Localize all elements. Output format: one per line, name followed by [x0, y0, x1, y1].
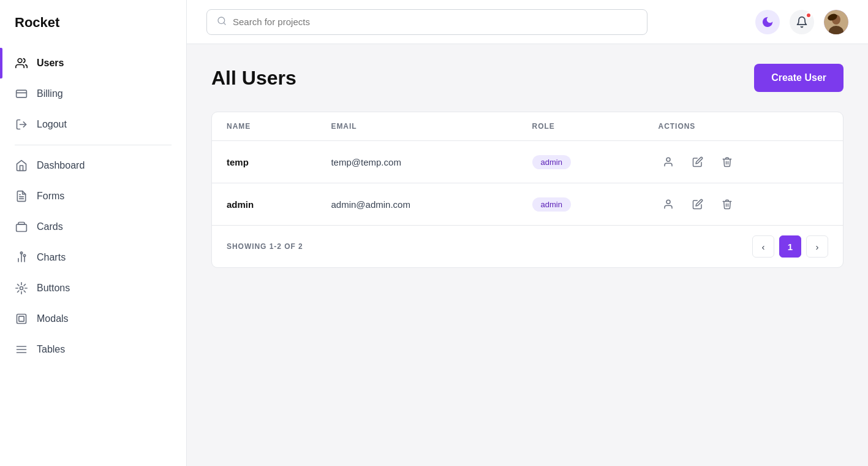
col-email: EMAIL [316, 112, 517, 141]
view-user-button[interactable] [659, 152, 678, 172]
view-user-button[interactable] [659, 194, 678, 214]
sidebar-item-dashboard[interactable]: Dashboard [0, 150, 186, 181]
pagination: SHOWING 1-2 OF 2 ‹ 1 › [212, 225, 843, 267]
cell-email: admin@admin.com [316, 183, 517, 226]
sidebar-item-cards[interactable]: Cards [0, 212, 186, 242]
sidebar-item-charts-label: Charts [37, 252, 66, 263]
sidebar-item-dashboard-label: Dashboard [37, 160, 85, 171]
search-input[interactable] [233, 17, 637, 27]
logout-icon [15, 118, 28, 131]
sidebar-item-modals[interactable]: Modals [0, 304, 186, 334]
svg-point-0 [18, 59, 22, 63]
sidebar-item-logout-label: Logout [37, 119, 67, 130]
sidebar-item-tables-label: Tables [37, 344, 65, 355]
pagination-info: SHOWING 1-2 OF 2 [227, 242, 303, 251]
action-icons [659, 152, 828, 172]
tables-icon [15, 343, 28, 356]
users-table: NAME EMAIL ROLE ACTIONS temp temp@temp.c… [212, 112, 843, 225]
buttons-icon [15, 281, 28, 295]
col-actions: ACTIONS [644, 112, 843, 141]
billing-icon [15, 87, 28, 101]
search-icon [217, 16, 227, 28]
sidebar: Rocket Users Billing [0, 0, 187, 466]
delete-user-button[interactable] [717, 152, 737, 172]
cell-actions [644, 141, 843, 183]
pagination-controls: ‹ 1 › [752, 235, 828, 258]
sidebar-item-forms-label: Forms [37, 191, 64, 202]
cell-actions [644, 183, 843, 226]
cell-role: admin [518, 141, 644, 183]
sidebar-item-charts[interactable]: Charts [0, 242, 186, 273]
table-header: NAME EMAIL ROLE ACTIONS [212, 112, 843, 141]
edit-user-button[interactable] [688, 194, 708, 214]
cell-email: temp@temp.com [316, 141, 517, 183]
sidebar-item-users[interactable]: Users [0, 48, 186, 78]
notification-badge [806, 12, 812, 18]
svg-line-19 [224, 23, 225, 25]
svg-point-24 [666, 158, 670, 161]
page-header: All Users Create User [211, 64, 843, 92]
svg-point-12 [20, 287, 23, 290]
col-name: NAME [212, 112, 316, 141]
header-actions [755, 10, 848, 34]
sidebar-item-forms[interactable]: Forms [0, 181, 186, 212]
sidebar-item-tables[interactable]: Tables [0, 334, 186, 365]
sidebar-item-billing[interactable]: Billing [0, 78, 186, 109]
cell-name: temp [212, 141, 316, 183]
action-icons [659, 194, 828, 214]
cell-name: admin [212, 183, 316, 226]
page-title: All Users [211, 67, 296, 90]
avatar[interactable] [824, 10, 848, 34]
svg-rect-1 [17, 90, 27, 97]
modals-icon [15, 312, 28, 326]
svg-point-25 [666, 200, 670, 204]
cell-role: admin [518, 183, 644, 226]
main-area: All Users Create User NAME EMAIL ROLE AC… [187, 0, 868, 466]
header [187, 0, 868, 44]
pagination-page-1[interactable]: 1 [779, 235, 801, 258]
svg-point-10 [23, 254, 25, 256]
table-row: admin admin@admin.com admin [212, 183, 843, 226]
notifications-button[interactable] [790, 10, 814, 34]
dashboard-icon [15, 159, 28, 172]
col-role: ROLE [518, 112, 644, 141]
search-bar[interactable] [206, 9, 647, 35]
edit-user-button[interactable] [688, 152, 708, 172]
users-table-container: NAME EMAIL ROLE ACTIONS temp temp@temp.c… [211, 112, 843, 268]
page-content: All Users Create User NAME EMAIL ROLE AC… [187, 44, 868, 466]
cards-icon [15, 220, 28, 234]
svg-rect-14 [19, 316, 24, 321]
delete-user-button[interactable] [717, 194, 737, 214]
sidebar-item-buttons[interactable]: Buttons [0, 273, 186, 304]
pagination-prev[interactable]: ‹ [752, 235, 774, 258]
sidebar-item-logout[interactable]: Logout [0, 109, 186, 140]
sidebar-item-billing-label: Billing [37, 88, 63, 99]
create-user-button[interactable]: Create User [754, 64, 843, 92]
dark-mode-button[interactable] [755, 10, 780, 34]
app-logo: Rocket [0, 15, 186, 48]
sidebar-item-modals-label: Modals [37, 313, 69, 324]
sidebar-item-users-label: Users [37, 58, 64, 69]
sidebar-item-cards-label: Cards [37, 221, 63, 232]
table-row: temp temp@temp.com admin [212, 141, 843, 183]
sidebar-nav: Users Billing Logout [0, 48, 186, 365]
users-icon [15, 56, 28, 70]
svg-rect-13 [17, 315, 26, 324]
table-body: temp temp@temp.com admin [212, 141, 843, 226]
charts-icon [15, 251, 28, 264]
sidebar-divider [15, 145, 172, 145]
forms-icon [15, 189, 28, 203]
pagination-next[interactable]: › [806, 235, 828, 258]
svg-rect-6 [17, 224, 27, 232]
sidebar-item-buttons-label: Buttons [37, 283, 70, 294]
